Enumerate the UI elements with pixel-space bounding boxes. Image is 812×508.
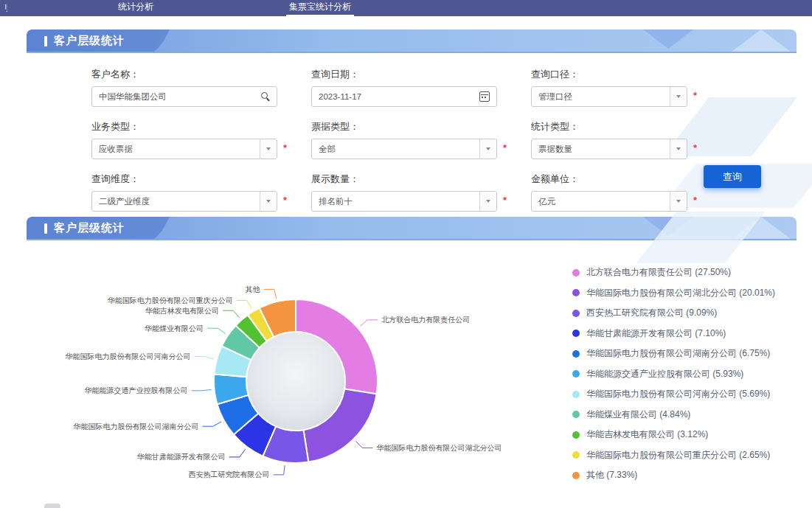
callout-line [203,422,221,426]
calendar-icon[interactable] [479,91,490,102]
select-field[interactable]: 亿元 [531,191,687,212]
legend-item[interactable]: 其他 (7.33%) [572,465,775,486]
form-field: 金额单位：亿元* [531,173,687,212]
legend-label: 华能国际电力股份有限公司河南分公司 (5.69%) [586,388,770,400]
donut-chart: 北方联合电力有限责任公司华能国际电力股份有限公司湖北分公司西安热工研究院有限公司… [27,240,572,508]
form-field: 查询日期：2023-11-17 [311,68,497,107]
select-arrow-box[interactable] [479,192,496,211]
legend-item[interactable]: 华能国际电力股份有限公司重庆分公司 (2.65%) [572,445,775,466]
legend-item[interactable]: 华能国际电力股份有限公司湖北分公司 (20.01%) [572,283,775,304]
legend-label: 华能甘肃能源开发有限公司 (7.10%) [586,327,726,340]
select-field[interactable]: 排名前十 [311,191,497,212]
legend-item[interactable]: 西安热工研究院有限公司 (9.09%) [572,303,775,324]
banner-triangle-up [732,29,791,52]
chevron-down-icon [486,200,490,203]
select-field[interactable]: 二级产业维度 [91,191,277,212]
select-arrow-box[interactable] [670,87,687,106]
field-value: 中国华能集团公司 [99,91,167,102]
chevron-down-icon [676,95,681,98]
chevron-down-icon [676,200,681,203]
legend-item[interactable]: 华能国际电力股份有限公司湖南分公司 (6.75%) [572,344,775,364]
callout-line [195,357,215,359]
field-label: 金额单位： [531,173,687,186]
callout-label: 华能煤业有限公司 [145,324,204,333]
nav-tab[interactable]: 统计分析 [115,1,156,16]
legend-dot-icon [572,391,580,398]
select-arrow-box[interactable] [260,192,277,211]
filter-section-title: 客户层级统计 [44,34,125,48]
callout-label: 其他 [246,285,260,293]
callout-line [207,328,226,333]
form-field: 统计类型：票据数量* [531,120,687,159]
top-nav-bar: 刂 统计分析集票宝统计分析 [0,0,812,16]
legend-dot-icon [572,431,580,439]
bottom-edge-fragment [44,504,60,508]
legend-item[interactable]: 华能甘肃能源开发有限公司 (7.10%) [572,324,775,344]
legend-label: 华能国际电力股份有限公司湖南分公司 (6.75%) [586,347,770,360]
select-field[interactable]: 票据数量 [531,139,687,159]
select-arrow-box[interactable] [670,192,687,211]
select-field[interactable]: 应收票据 [91,139,277,159]
legend-dot-icon [572,370,580,377]
callout-line [264,289,277,299]
chart-section-title: 客户层级统计 [44,221,125,235]
legend-dot-icon [572,472,580,479]
field-value: 二级产业维度 [99,196,150,207]
callout-line [355,441,372,448]
legend-dot-icon [572,330,580,337]
legend-item[interactable]: 华能能源交通产业控股有限公司 (5.93%) [572,364,775,385]
callout-line [223,310,240,318]
callout-line [274,465,285,475]
filter-panel: 客户层级统计 客户名称：中国华能集团公司查询日期：2023-11-17查询口径：… [27,29,797,228]
select-field[interactable]: 全部 [311,139,497,159]
callout-label: 西安热工研究院有限公司 [189,470,270,479]
select-arrow-box[interactable] [260,139,277,159]
form-field: 查询维度：二级产业维度* [91,173,277,212]
select-field[interactable]: 管理口径 [531,86,687,107]
field-value: 排名前十 [319,196,353,207]
legend-item[interactable]: 华能煤业有限公司 (4.84%) [572,405,775,425]
field-value: 应收票据 [99,144,133,155]
search-input[interactable]: 中国华能集团公司 [91,86,277,107]
query-button[interactable]: 查询 [704,165,761,188]
donut-chart-area: 北方联合电力有限责任公司华能国际电力股份有限公司湖北分公司西安热工研究院有限公司… [27,240,797,508]
field-label: 查询日期： [311,68,497,81]
legend-item[interactable]: 华能吉林发电有限公司 (3.12%) [572,425,775,445]
date-input[interactable]: 2023-11-17 [311,86,497,107]
filter-section-banner: 客户层级统计 [27,29,797,53]
chevron-down-icon [676,147,681,150]
field-label: 票据类型： [311,120,497,133]
legend-label: 华能吉林发电有限公司 (3.12%) [586,428,708,441]
legend-dot-icon [572,411,580,418]
callout-label: 华能国际电力股份有限公司河南分公司 [66,352,191,361]
nav-tab[interactable]: 集票宝统计分析 [286,1,354,16]
legend-item[interactable]: 北方联合电力有限责任公司 (27.50%) [572,262,775,283]
callout-label: 北方联合电力有限责任公司 [381,316,470,324]
legend-item[interactable]: 华能国际电力股份有限公司河南分公司 (5.69%) [572,384,775,405]
legend-label: 其他 (7.33%) [586,469,637,481]
callout-line [237,301,252,309]
field-value: 全部 [319,144,336,155]
search-icon[interactable] [261,92,270,101]
required-marker: * [693,195,697,206]
legend-dot-icon [572,289,580,296]
select-arrow-box[interactable] [479,139,496,159]
field-label: 查询口径： [531,68,687,81]
field-value: 亿元 [538,196,555,207]
callout-line [229,449,246,457]
field-label: 查询维度： [91,173,277,186]
legend-label: 华能国际电力股份有限公司湖北分公司 (20.01%) [586,287,775,299]
required-marker: * [503,195,507,206]
callout-label: 华能国际电力股份有限公司重庆分公司 [108,296,233,305]
legend-dot-icon [572,350,580,358]
select-arrow-box[interactable] [670,139,687,159]
field-label: 统计类型： [531,120,687,133]
legend-label: 西安热工研究院有限公司 (9.09%) [586,307,717,319]
donut-center-disc [247,333,344,430]
field-value: 管理口径 [538,91,572,102]
legend-dot-icon [572,310,580,317]
form-field: 展示数量：排名前十* [311,173,497,212]
callout-label: 华能甘肃能源开发有限公司 [137,453,226,461]
query-form: 客户名称：中国华能集团公司查询日期：2023-11-17查询口径：管理口径*业务… [27,53,797,228]
chart-legend: 北方联合电力有限责任公司 (27.50%)华能国际电力股份有限公司湖北分公司 (… [572,262,775,486]
